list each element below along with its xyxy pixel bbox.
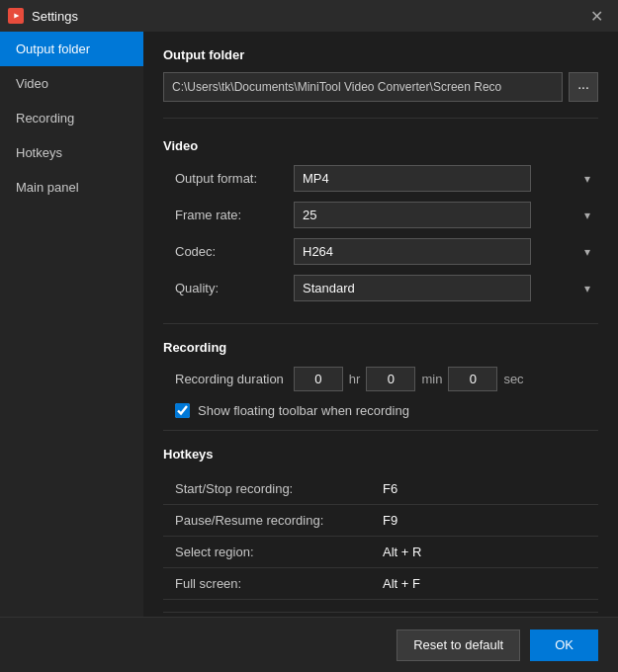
- output-format-select[interactable]: MP4 AVI MOV: [294, 165, 531, 192]
- min-unit: min: [421, 372, 442, 386]
- window-title: Settings: [32, 9, 574, 24]
- hotkeys-section: Hotkeys Start/Stop recording: F6 Pause/R…: [143, 435, 618, 608]
- frame-rate-wrapper: 25 30 60: [294, 202, 598, 228]
- hotkey-row-pause-resume: Pause/Resume recording: F9: [163, 505, 598, 537]
- hr-unit: hr: [349, 372, 361, 386]
- output-folder-row: ···: [143, 72, 618, 114]
- output-format-row: Output format: MP4 AVI MOV: [163, 165, 598, 192]
- output-folder-title: Output folder: [143, 32, 618, 72]
- divider-4: [163, 612, 598, 613]
- frame-rate-row: Frame rate: 25 30 60: [163, 202, 598, 228]
- sec-unit: sec: [503, 372, 523, 386]
- hotkey-pause-resume-label: Pause/Resume recording:: [175, 513, 383, 528]
- hotkey-start-stop-key: F6: [383, 481, 397, 496]
- ok-button[interactable]: OK: [530, 630, 598, 661]
- folder-browse-button[interactable]: ···: [569, 72, 598, 102]
- video-section: Video Output format: MP4 AVI MOV Frame r…: [143, 123, 618, 319]
- main-container: Output folder Video Recording Hotkeys Ma…: [0, 32, 618, 617]
- duration-hr-input[interactable]: [294, 367, 343, 391]
- toolbar-checkbox-row: Show floating toolbar when recording: [163, 403, 598, 418]
- footer: Reset to default OK: [0, 617, 618, 672]
- sidebar-item-output-folder[interactable]: Output folder: [0, 32, 143, 66]
- duration-min-input[interactable]: [366, 367, 415, 391]
- duration-label: Recording duration: [175, 372, 284, 386]
- quality-select[interactable]: Standard High Low: [294, 275, 531, 301]
- codec-select[interactable]: H264 H265: [294, 238, 531, 265]
- hotkey-full-screen-key: Alt + F: [383, 576, 420, 591]
- quality-row: Quality: Standard High Low: [163, 275, 598, 301]
- sidebar-item-hotkeys[interactable]: Hotkeys: [0, 135, 143, 170]
- frame-rate-select[interactable]: 25 30 60: [294, 202, 531, 228]
- sidebar: Output folder Video Recording Hotkeys Ma…: [0, 32, 143, 617]
- duration-row: Recording duration hr min sec: [163, 367, 598, 391]
- quality-label: Quality:: [175, 281, 294, 295]
- codec-wrapper: H264 H265: [294, 238, 598, 265]
- output-format-label: Output format:: [175, 171, 294, 186]
- hotkey-select-region-key: Alt + R: [383, 545, 421, 559]
- hotkey-full-screen-label: Full screen:: [175, 576, 383, 591]
- hotkey-select-region-label: Select region:: [175, 545, 383, 559]
- app-icon: [8, 8, 24, 24]
- recording-section-title: Recording: [163, 340, 598, 355]
- sidebar-item-recording[interactable]: Recording: [0, 101, 143, 135]
- divider-2: [163, 323, 598, 324]
- title-bar: Settings ✕: [0, 0, 618, 32]
- codec-label: Codec:: [175, 244, 294, 259]
- output-format-wrapper: MP4 AVI MOV: [294, 165, 598, 192]
- hotkey-row-start-stop: Start/Stop recording: F6: [163, 473, 598, 505]
- folder-path-input[interactable]: [163, 72, 563, 102]
- sidebar-item-main-panel[interactable]: Main panel: [0, 170, 143, 205]
- divider-3: [163, 430, 598, 431]
- duration-sec-input[interactable]: [448, 367, 497, 391]
- toolbar-checkbox[interactable]: [175, 403, 190, 418]
- close-button[interactable]: ✕: [582, 2, 610, 30]
- codec-row: Codec: H264 H265: [163, 238, 598, 265]
- hotkey-start-stop-label: Start/Stop recording:: [175, 481, 383, 496]
- frame-rate-label: Frame rate:: [175, 208, 294, 222]
- video-section-title: Video: [163, 138, 598, 153]
- quality-wrapper: Standard High Low: [294, 275, 598, 301]
- content-area: Output folder ··· Video Output format: M…: [143, 32, 618, 617]
- divider-1: [163, 118, 598, 119]
- hotkey-row-full-screen: Full screen: Alt + F: [163, 568, 598, 600]
- hotkeys-section-title: Hotkeys: [163, 447, 598, 462]
- hotkey-row-select-region: Select region: Alt + R: [163, 537, 598, 568]
- toolbar-checkbox-label: Show floating toolbar when recording: [198, 403, 409, 418]
- reset-button[interactable]: Reset to default: [397, 630, 520, 661]
- sidebar-item-video[interactable]: Video: [0, 66, 143, 101]
- recording-section: Recording Recording duration hr min sec …: [143, 328, 618, 426]
- hotkey-pause-resume-key: F9: [383, 513, 397, 528]
